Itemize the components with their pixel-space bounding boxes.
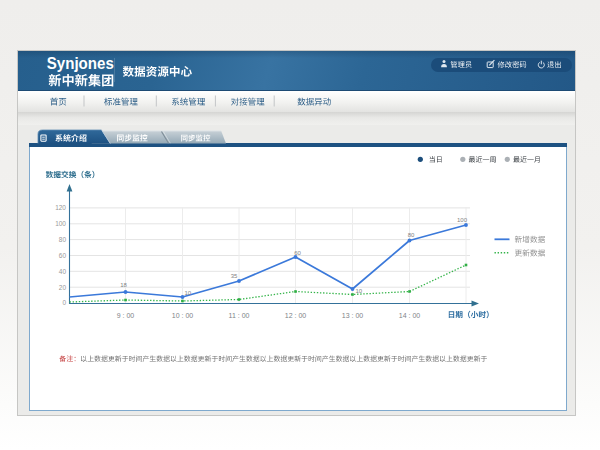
svg-text:40: 40: [59, 268, 67, 275]
svg-text:35: 35: [231, 273, 238, 279]
svg-text:Synjones: Synjones: [47, 54, 114, 72]
svg-text:0: 0: [62, 299, 66, 306]
svg-text:20: 20: [59, 284, 67, 291]
svg-text:10: 10: [185, 290, 192, 296]
svg-text:18: 18: [120, 282, 127, 288]
svg-text:9 : 00: 9 : 00: [117, 312, 135, 319]
svg-text:11 : 00: 11 : 00: [229, 312, 250, 319]
svg-text:12 : 00: 12 : 00: [285, 312, 307, 319]
svg-text:100: 100: [457, 217, 468, 223]
svg-text:14 : 00: 14 : 00: [399, 312, 421, 319]
svg-text:100: 100: [55, 220, 66, 227]
svg-text:80: 80: [59, 236, 67, 243]
svg-text:120: 120: [55, 204, 66, 211]
svg-text:10: 10: [356, 288, 363, 294]
svg-text:60: 60: [59, 252, 67, 259]
svg-text:13 : 00: 13 : 00: [342, 312, 364, 319]
svg-text:60: 60: [294, 250, 301, 256]
svg-text:80: 80: [408, 232, 415, 238]
svg-text:10 : 00: 10 : 00: [172, 312, 194, 319]
